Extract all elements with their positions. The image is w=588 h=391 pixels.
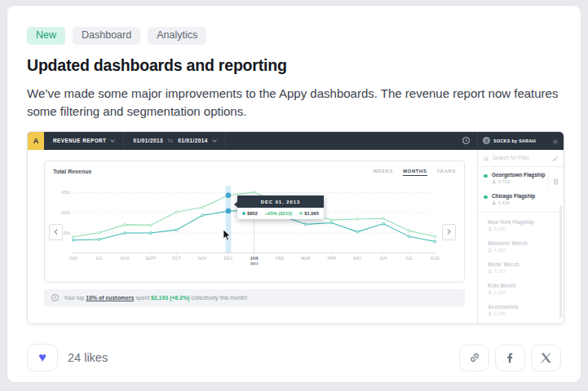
tooltip-delta: +25% ($213) xyxy=(265,211,292,216)
trash-icon[interactable] xyxy=(548,174,559,188)
filter-item-inactive[interactable]: Kids Merch 1,209 xyxy=(478,278,564,299)
chart-tooltip: DEC 01, 2013 $852 +25% ($213) $1,065 xyxy=(237,196,324,219)
sidebar-search[interactable]: Search for Filter xyxy=(478,150,564,167)
likes-count: 24 likes xyxy=(68,351,108,364)
card-footer: ♥ 24 likes xyxy=(27,344,561,371)
svg-text:NOV: NOV xyxy=(198,257,208,261)
person-icon xyxy=(488,269,493,274)
facebook-share-button[interactable] xyxy=(495,345,525,371)
svg-text:300k: 300k xyxy=(61,210,71,215)
info-icon: i xyxy=(51,294,59,301)
svg-text:FEB: FEB xyxy=(276,257,284,261)
changelog-card: NewDashboardAnalytics Updated dashboards… xyxy=(7,5,581,383)
facebook-icon xyxy=(504,352,516,364)
svg-text:OCT: OCT xyxy=(172,257,181,261)
svg-text:SEPT: SEPT xyxy=(145,257,157,261)
x-icon xyxy=(540,352,552,364)
search-icon xyxy=(484,151,489,165)
svg-text:APR: APR xyxy=(327,257,336,261)
active-filter-list: Georgetown Flagship 3,753 Chicago Flagsh… xyxy=(478,167,564,209)
svg-text:JUN: JUN xyxy=(69,257,77,261)
svg-text:MAR: MAR xyxy=(301,257,311,261)
svg-text:JUL: JUL xyxy=(405,257,413,261)
filter-item-active[interactable]: Chicago Flagship 3,420 xyxy=(478,188,564,209)
chart-title: Total Revenue xyxy=(53,169,91,174)
store-panel-header: S SOCKS by SARAH xyxy=(477,132,564,150)
tag-row: NewDashboardAnalytics xyxy=(27,27,561,45)
svg-text:JUN: JUN xyxy=(379,257,387,261)
svg-text:DEC: DEC xyxy=(223,257,232,261)
filter-item-inactive[interactable]: Womens' Merch 4,062 xyxy=(478,235,564,257)
person-icon xyxy=(488,311,493,316)
tag: New xyxy=(27,27,65,45)
chart-next-button[interactable] xyxy=(442,224,456,240)
date-from: 01/01/2013 xyxy=(133,138,163,143)
active-dot-icon xyxy=(484,174,488,178)
svg-text:2013: 2013 xyxy=(250,261,259,265)
navbar-spacer xyxy=(226,132,462,150)
gear-icon[interactable] xyxy=(552,134,559,148)
revenue-chart[interactable]: 450k300k150kJUNJULAUGSEPTOCTNOVDECJAN201… xyxy=(53,179,441,270)
sidebar-scrollbar[interactable] xyxy=(559,205,562,318)
person-icon xyxy=(492,179,497,184)
dashboard-screenshot: A REVENUE REPORT 01/01/2013 to 01/01/201… xyxy=(27,131,564,324)
date-range-selector[interactable]: 01/01/2013 to 01/01/2014 xyxy=(124,132,225,150)
filter-sidebar: Search for Filter Georgetown Flagship 3,… xyxy=(477,150,564,323)
like-button[interactable]: ♥ xyxy=(27,344,58,371)
filter-item-inactive[interactable]: Mens' Merch 3,753 xyxy=(478,257,564,278)
mouse-cursor xyxy=(223,230,231,244)
svg-text:AUG: AUG xyxy=(431,257,440,261)
chevron-left-icon xyxy=(54,229,60,235)
report-selector-label: REVENUE REPORT xyxy=(53,138,106,143)
heart-icon: ♥ xyxy=(38,351,46,364)
tag: Dashboard xyxy=(73,27,140,45)
active-dot-icon xyxy=(484,196,488,200)
info-icon[interactable]: i xyxy=(462,137,470,144)
svg-text:JAN: JAN xyxy=(250,257,259,261)
link-icon xyxy=(468,351,481,364)
tooltip-date: DEC 01, 2013 xyxy=(237,196,324,208)
person-icon xyxy=(492,200,497,205)
store-avatar: S xyxy=(483,137,490,144)
store-name: SOCKS by SARAH xyxy=(493,138,536,143)
insight-text: Your top 10% of customers spent $3,193 (… xyxy=(64,295,247,301)
report-selector[interactable]: REVENUE REPORT xyxy=(44,132,124,150)
chart-prev-button[interactable] xyxy=(49,224,63,240)
svg-text:MAY: MAY xyxy=(353,257,362,261)
body-text: We’ve made some major improvements to th… xyxy=(27,85,561,121)
tag: Analytics xyxy=(148,27,206,45)
search-placeholder: Search for Filter xyxy=(493,155,549,160)
app-logo[interactable]: A xyxy=(28,132,44,150)
date-separator: to xyxy=(168,138,173,143)
filter-item-inactive[interactable]: Fall 2013 Clearance 3,753 xyxy=(478,320,564,324)
chevron-right-icon xyxy=(445,229,451,235)
chevron-down-icon xyxy=(111,138,116,143)
svg-text:450k: 450k xyxy=(61,190,71,195)
chart-period-tab[interactable]: MONTHS xyxy=(403,169,427,176)
pencil-icon[interactable] xyxy=(552,151,558,165)
tooltip-value-teal: $852 xyxy=(242,211,258,216)
chart-period-tab[interactable]: WEEKS xyxy=(373,169,393,176)
chevron-down-icon xyxy=(212,138,217,143)
share-buttons xyxy=(459,345,561,371)
app-navbar: A REVENUE REPORT 01/01/2013 to 01/01/201… xyxy=(28,132,564,150)
insight-bar: i Your top 10% of customers spent $3,193… xyxy=(44,289,465,306)
chart-area: Total Revenue WEEKSMONTHSYEARS 450k300k1… xyxy=(28,150,477,323)
page-title: Updated dashboards and reporting xyxy=(27,56,561,75)
filter-item-active[interactable]: Georgetown Flagship 3,753 xyxy=(478,167,564,188)
copy-link-button[interactable] xyxy=(459,345,489,371)
total-revenue-card: Total Revenue WEEKSMONTHSYEARS 450k300k1… xyxy=(44,160,465,283)
svg-text:AUG: AUG xyxy=(121,257,130,261)
person-icon xyxy=(488,226,493,231)
inactive-filter-list: New York Flagship 9,105 Womens' Merch 4,… xyxy=(478,212,564,324)
chart-period-tabs: WEEKSMONTHSYEARS xyxy=(373,169,456,176)
filter-item-inactive[interactable]: Accessories 2,165 xyxy=(478,299,564,320)
app-body: Total Revenue WEEKSMONTHSYEARS 450k300k1… xyxy=(28,150,564,323)
person-icon xyxy=(488,290,493,295)
x-share-button[interactable] xyxy=(531,345,561,371)
tooltip-value-green: $1,065 xyxy=(299,211,319,216)
filter-item-inactive[interactable]: New York Flagship 9,105 xyxy=(478,214,564,235)
chart-period-tab[interactable]: YEARS xyxy=(437,169,456,176)
date-to: 01/01/2014 xyxy=(178,138,208,143)
svg-text:JUL: JUL xyxy=(95,257,103,261)
